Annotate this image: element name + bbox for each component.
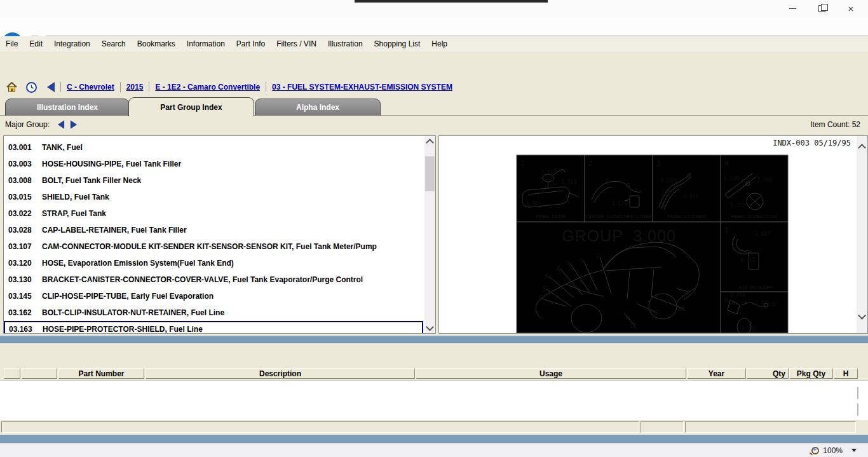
tab-alpha-index[interactable]: Alpha Index — [255, 99, 381, 116]
illustration-text: 7 — [596, 253, 600, 260]
illustration-text: 12 — [629, 322, 637, 329]
menu-edit[interactable]: Edit — [24, 39, 48, 48]
results-table-header: Part NumberDescriptionUsageYearQtyPkg Qt… — [0, 367, 868, 380]
column-header-blank-0[interactable] — [4, 368, 20, 379]
part-group-row[interactable]: 03.130BRACKET-CANISTER-CONNECTOR-COVER-V… — [4, 273, 423, 287]
breadcrumb-link-c-chevrolet[interactable]: C - Chevrolet — [67, 83, 114, 92]
major-group-label: Major Group: — [0, 120, 50, 129]
illustration-text: VAPOR CANISTER LINES — [585, 214, 653, 219]
part-group-row[interactable]: 03.015SHIELD, Fuel Tank — [4, 190, 423, 204]
filter-toolbar: VIN: Year Filter ? — [0, 51, 868, 78]
panel-splitter[interactable] — [0, 336, 868, 343]
part-group-name: HOSE-PIPE-PROTECTOR-SHIELD, Fuel Line — [37, 325, 203, 333]
column-header-qty[interactable]: Qty — [747, 368, 789, 379]
nav-back-triangle-icon[interactable] — [47, 82, 55, 92]
part-group-illustration[interactable]: 1FUEL TANK3.1073.9003.0012VAPOR CANISTER… — [439, 136, 857, 333]
part-group-row[interactable]: 03.107CAM-CONNECTOR-MODULE KIT-SENDER KI… — [4, 240, 423, 254]
illustration-text: 9 — [566, 259, 570, 266]
column-header-blank-1[interactable] — [22, 368, 57, 379]
illustration-text: 3.335 — [730, 203, 745, 208]
column-header-pkg-qty[interactable]: Pkg Qty — [789, 368, 833, 379]
part-group-row[interactable]: 03.120HOSE, Evaporation Emission System(… — [4, 256, 423, 270]
results-table-body — [0, 380, 868, 421]
close-button[interactable]: × — [836, 0, 865, 17]
left-scrollbar[interactable] — [424, 136, 435, 333]
tab-part-group-index[interactable]: Part Group Index — [128, 97, 254, 116]
column-header-description[interactable]: Description — [146, 368, 415, 379]
scroll-up-icon[interactable] — [857, 387, 858, 399]
illustration-text: 4 — [580, 257, 583, 264]
major-group-next-icon[interactable] — [71, 120, 77, 129]
scroll-down-icon[interactable] — [857, 311, 867, 322]
address-bar: ← → e http://desktop-l09qrhf:351/PQMace/… — [0, 17, 868, 37]
scroll-down-icon[interactable] — [424, 322, 435, 333]
illustration-text: 3.330 — [723, 176, 738, 182]
menu-help[interactable]: Help — [426, 39, 453, 48]
illustration-text: 3.407 — [755, 231, 770, 237]
illustration-text: 3.001 — [526, 201, 541, 207]
illustration-text: 3.300 — [757, 177, 772, 183]
status-panel — [1, 421, 639, 433]
illustration-text: FUEL INJECTION — [731, 214, 778, 219]
zoom-level[interactable]: 100% — [823, 446, 843, 455]
illustration-text: 3.890 — [683, 194, 698, 200]
major-group-prev-icon[interactable] — [58, 120, 64, 129]
part-group-code: 03.003 — [4, 160, 37, 168]
illustration-text: 5 — [724, 226, 729, 235]
scroll-down-icon[interactable] — [857, 404, 858, 415]
minimize-button[interactable] — [778, 0, 807, 17]
column-header-usage[interactable]: Usage — [416, 368, 686, 379]
menu-integration[interactable]: Integration — [48, 39, 96, 48]
part-group-row[interactable]: 03.028CAP-LABEL-RETAINER, Fuel Tank Fill… — [4, 223, 423, 237]
part-group-code: 03.022 — [4, 209, 37, 218]
ie-status-bar: 100% — [0, 443, 868, 457]
column-header-h[interactable]: H — [834, 368, 858, 379]
part-group-name: BRACKET-CANISTER-CONNECTOR-COVER-VALVE, … — [37, 275, 363, 284]
action-toolbar: Send — [0, 343, 868, 366]
part-group-code: 03.120 — [4, 259, 37, 268]
illustration-text: 6 — [545, 273, 549, 280]
breadcrumb-divider — [266, 82, 266, 92]
right-scrollbar[interactable] — [857, 136, 867, 333]
breadcrumb-link-03-fuel-system-exhaust-emission-system[interactable]: 03 - FUEL SYSTEM-EXHAUST-EMISSION SYSTEM — [272, 83, 452, 92]
menu-part-info[interactable]: Part Info — [231, 39, 271, 48]
part-group-code: 03.107 — [4, 242, 37, 251]
part-group-row[interactable]: 03.022STRAP, Fuel Tank — [4, 207, 423, 221]
menu-file[interactable]: File — [0, 39, 24, 48]
menu-shopping-list[interactable]: Shopping List — [369, 39, 426, 48]
menu-information[interactable]: Information — [181, 39, 231, 48]
tab-row: Illustration IndexPart Group IndexAlpha … — [0, 97, 868, 116]
restore-button[interactable] — [807, 0, 836, 17]
column-header-year[interactable]: Year — [687, 368, 746, 379]
history-clock-icon[interactable] — [17, 82, 37, 93]
part-group-row[interactable]: 03.001TANK, Fuel — [4, 140, 423, 154]
part-group-row[interactable]: 03.163HOSE-PIPE-PROTECTOR-SHIELD, Fuel L… — [4, 321, 423, 333]
illustration-text: 6 — [724, 296, 729, 304]
part-group-code: 03.130 — [4, 275, 37, 284]
part-group-row[interactable]: 03.145CLIP-HOSE-PIPE-TUBE, Early Fuel Ev… — [4, 289, 423, 303]
menu-illustration[interactable]: Illustration — [322, 39, 369, 48]
home-icon[interactable] — [0, 82, 17, 92]
part-group-row[interactable]: 03.003HOSE-HOUSING-PIPE, Fuel Tank Fille… — [4, 157, 423, 171]
tab-illustration-index[interactable]: Illustration Index — [5, 99, 130, 116]
scroll-up-icon[interactable] — [857, 141, 867, 152]
menu-bookmarks[interactable]: Bookmarks — [132, 39, 181, 48]
zoom-dropdown-icon[interactable] — [851, 449, 857, 452]
status-panel — [685, 421, 856, 433]
breadcrumb-link-e-1e2-camaro-convertible[interactable]: E - 1E2 - Camaro Convertible — [155, 83, 260, 92]
scrollbar-thumb[interactable] — [425, 156, 435, 191]
illustration-text: 3.454 — [730, 292, 745, 298]
scroll-up-icon[interactable] — [424, 136, 435, 147]
breadcrumb-link-2015[interactable]: 2015 — [126, 83, 144, 92]
column-header-part-number[interactable]: Part Number — [58, 368, 144, 379]
illustration-text: 1 — [520, 160, 525, 168]
illustration-text: 3.107 — [541, 170, 556, 175]
part-group-row[interactable]: 03.008BOLT, Fuel Tank Filler Neck — [4, 174, 423, 188]
major-group-bar: Major Group: Item Count: 52 — [0, 116, 868, 133]
illustration-text: 3 — [654, 310, 658, 317]
menu-search[interactable]: Search — [96, 39, 132, 48]
breadcrumb-divider — [120, 82, 121, 92]
breadcrumb: C - Chevrolet2015E - 1E2 - Camaro Conver… — [0, 78, 868, 97]
part-group-row[interactable]: 03.162BOLT-CLIP-INSULATOR-NUT-RETAINER, … — [4, 306, 423, 320]
menu-filters-vin[interactable]: Filters / VIN — [271, 39, 322, 48]
